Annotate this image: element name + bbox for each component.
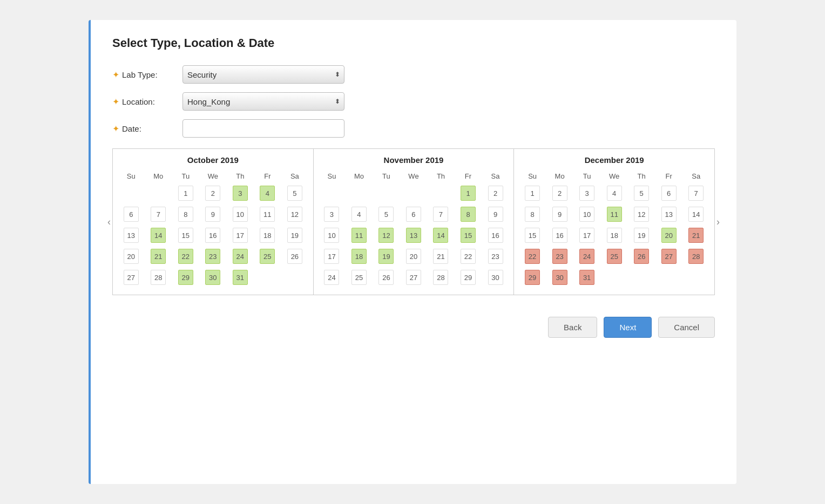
day-number[interactable]: 16 — [552, 228, 567, 243]
day-number[interactable]: 20 — [124, 249, 139, 264]
day-number[interactable]: 4 — [351, 207, 367, 222]
day-number[interactable]: 16 — [205, 228, 220, 243]
day-number[interactable]: 28 — [433, 270, 448, 285]
day-number[interactable]: 19 — [378, 249, 394, 264]
day-number[interactable]: 5 — [378, 207, 394, 222]
day-number[interactable]: 12 — [634, 207, 649, 222]
day-number[interactable]: 5 — [634, 186, 649, 201]
day-number[interactable]: 10 — [233, 207, 248, 222]
day-number[interactable]: 14 — [433, 228, 448, 243]
day-number[interactable]: 9 — [488, 207, 503, 222]
day-number[interactable]: 30 — [488, 270, 503, 285]
day-number[interactable]: 6 — [406, 207, 421, 222]
day-number[interactable]: 11 — [351, 228, 367, 243]
day-number[interactable]: 27 — [661, 249, 677, 264]
day-number[interactable]: 10 — [579, 207, 594, 222]
day-number[interactable]: 21 — [151, 249, 166, 264]
day-number[interactable]: 23 — [488, 249, 503, 264]
day-number[interactable]: 11 — [607, 207, 622, 222]
day-number[interactable]: 13 — [661, 207, 677, 222]
day-number[interactable]: 25 — [260, 249, 275, 264]
day-number[interactable]: 25 — [607, 249, 622, 264]
day-number[interactable]: 5 — [287, 186, 302, 201]
day-number[interactable]: 29 — [525, 270, 540, 285]
day-number[interactable]: 1 — [461, 186, 476, 201]
day-number[interactable]: 6 — [661, 186, 677, 201]
day-number[interactable]: 1 — [178, 186, 193, 201]
day-number[interactable]: 7 — [688, 186, 704, 201]
day-number[interactable]: 30 — [552, 270, 567, 285]
day-number[interactable]: 19 — [287, 228, 302, 243]
day-number[interactable]: 14 — [688, 207, 704, 222]
day-number[interactable]: 20 — [406, 249, 421, 264]
day-number[interactable]: 8 — [525, 207, 540, 222]
day-number[interactable]: 4 — [260, 186, 275, 201]
day-number[interactable]: 27 — [124, 270, 139, 285]
day-number[interactable]: 8 — [178, 207, 193, 222]
day-number[interactable]: 24 — [233, 249, 248, 264]
day-number[interactable]: 12 — [378, 228, 394, 243]
day-number[interactable]: 13 — [406, 228, 421, 243]
day-number[interactable]: 3 — [233, 186, 248, 201]
day-number[interactable]: 24 — [324, 270, 339, 285]
day-number[interactable]: 9 — [552, 207, 567, 222]
day-number[interactable]: 6 — [124, 207, 139, 222]
day-number[interactable]: 26 — [378, 270, 394, 285]
next-button[interactable]: Next — [604, 317, 652, 338]
day-number[interactable]: 15 — [525, 228, 540, 243]
day-number[interactable]: 11 — [260, 207, 275, 222]
day-number[interactable]: 23 — [205, 249, 220, 264]
day-number[interactable]: 18 — [607, 228, 622, 243]
day-number[interactable]: 31 — [579, 270, 594, 285]
back-button[interactable]: Back — [548, 317, 597, 338]
day-number[interactable]: 14 — [151, 228, 166, 243]
day-number[interactable]: 8 — [461, 207, 476, 222]
day-number[interactable]: 28 — [151, 270, 166, 285]
day-number[interactable]: 31 — [233, 270, 248, 285]
day-number[interactable]: 17 — [233, 228, 248, 243]
day-number[interactable]: 21 — [688, 228, 704, 243]
day-number[interactable]: 15 — [461, 228, 476, 243]
location-select[interactable]: Hong_Kong Singapore Tokyo New York — [182, 92, 344, 111]
next-month-arrow[interactable]: › — [711, 214, 726, 229]
day-number[interactable]: 26 — [634, 249, 649, 264]
day-number[interactable]: 2 — [488, 186, 503, 201]
day-number[interactable]: 17 — [579, 228, 594, 243]
day-number[interactable]: 29 — [461, 270, 476, 285]
day-number[interactable]: 23 — [552, 249, 567, 264]
day-number[interactable]: 3 — [579, 186, 594, 201]
day-number[interactable]: 26 — [287, 249, 302, 264]
day-number[interactable]: 3 — [324, 207, 339, 222]
day-number[interactable]: 2 — [552, 186, 567, 201]
day-number[interactable]: 7 — [433, 207, 448, 222]
day-number[interactable]: 13 — [124, 228, 139, 243]
date-input[interactable] — [182, 119, 344, 138]
day-number[interactable]: 21 — [433, 249, 448, 264]
cancel-button[interactable]: Cancel — [658, 317, 715, 338]
day-number[interactable]: 30 — [205, 270, 220, 285]
day-number[interactable]: 16 — [488, 228, 503, 243]
day-number[interactable]: 12 — [287, 207, 302, 222]
day-number[interactable]: 1 — [525, 186, 540, 201]
day-number[interactable]: 22 — [178, 249, 193, 264]
prev-month-arrow[interactable]: ‹ — [102, 214, 117, 229]
day-number[interactable]: 22 — [525, 249, 540, 264]
lab-type-select[interactable]: Security Network Cloud Database — [182, 65, 344, 84]
day-number[interactable]: 4 — [607, 186, 622, 201]
day-number[interactable]: 15 — [178, 228, 193, 243]
day-number[interactable]: 28 — [688, 249, 704, 264]
day-number[interactable]: 25 — [351, 270, 367, 285]
day-number[interactable]: 17 — [324, 249, 339, 264]
day-number[interactable]: 18 — [351, 249, 367, 264]
day-number[interactable]: 10 — [324, 228, 339, 243]
day-number[interactable]: 18 — [260, 228, 275, 243]
day-number[interactable]: 9 — [205, 207, 220, 222]
day-number[interactable]: 27 — [406, 270, 421, 285]
day-number[interactable]: 19 — [634, 228, 649, 243]
day-number[interactable]: 24 — [579, 249, 594, 264]
day-number[interactable]: 20 — [661, 228, 677, 243]
day-number[interactable]: 29 — [178, 270, 193, 285]
day-number[interactable]: 7 — [151, 207, 166, 222]
day-number[interactable]: 22 — [461, 249, 476, 264]
day-number[interactable]: 2 — [205, 186, 220, 201]
